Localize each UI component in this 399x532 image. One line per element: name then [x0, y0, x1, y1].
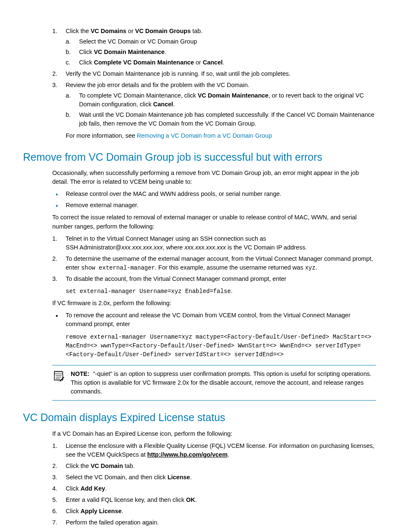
bullet-item: To remove the account and release the VC…: [52, 311, 376, 359]
step-1: Telnet in to the Virtual Connect Manager…: [52, 234, 376, 252]
url-link[interactable]: http://www.hp.com/go/vcem: [147, 451, 228, 458]
bullet-list: To remove the account and release the VC…: [52, 311, 376, 359]
step-6: Click Apply License.: [52, 507, 376, 516]
step-2: To determine the username of the externa…: [52, 254, 376, 272]
step-2: Click the VC Domain tab.: [52, 462, 376, 470]
text: or: [126, 28, 135, 34]
note-block: NOTE: "-quiet" is an option to suppress …: [52, 365, 376, 401]
substep-b: Click VC Domain Maintenance.: [66, 48, 376, 57]
bold: VC Domain Groups: [135, 28, 191, 34]
substep-b: Wait until the VC Domain Maintenance job…: [66, 111, 376, 128]
note-text: "-quiet" is an option to suppress user c…: [71, 370, 371, 395]
step-2: Verify the VC Domain Maintenance job is …: [52, 69, 376, 78]
code: set external-manager Username=xyz Enable…: [66, 288, 231, 295]
heading-expired-license: VC Domain displays Expired License statu…: [23, 410, 376, 425]
procedure-list-2: Telnet in to the Virtual Connect Manager…: [52, 234, 376, 296]
substep-a: To complete VC Domain Maintenance, click…: [66, 91, 376, 109]
step-4: Click Add Key.: [52, 484, 376, 493]
step-1: Click the VC Domains or VC Domain Groups…: [52, 27, 376, 67]
step-3: Select the VC Domain, and then click Lic…: [52, 473, 376, 482]
bullet-item: Remove external manager.: [52, 201, 376, 210]
note-label: NOTE:: [71, 370, 90, 377]
bullet-item: Release control over the MAC and WWN add…: [52, 190, 376, 198]
substeps: Select the VC Domain or VC Domain Group …: [66, 37, 376, 67]
note-content: NOTE: "-quiet" is an option to suppress …: [71, 370, 376, 396]
step-1: License the enclosure with a Flexible Qu…: [52, 442, 376, 459]
xref-link[interactable]: Removing a VC Domain from a VC Domain Gr…: [137, 132, 272, 139]
more-info: For more information, see Removing a VC …: [66, 131, 376, 140]
substep-c: Click Complete VC Domain Maintenance or …: [66, 58, 376, 67]
paragraph: If a VC Domain has an Expired License ic…: [52, 429, 376, 438]
text: tab.: [191, 28, 202, 34]
step-7: Perform the failed operation again.: [52, 518, 376, 527]
procedure-list-1: Click the VC Domains or VC Domain Groups…: [52, 27, 376, 140]
note-icon: [52, 370, 65, 396]
step-5: Enter a valid FQL license key, and then …: [52, 496, 376, 504]
bold: VC Domains: [91, 28, 126, 34]
step-3: Review the job error details and fix the…: [52, 81, 376, 140]
procedure-list-3: License the enclosure with a Flexible Qu…: [52, 442, 376, 527]
code-block: remove external-manager Username=xyz mac…: [66, 333, 376, 359]
paragraph: Occasionally, when successfully performi…: [52, 169, 376, 186]
paragraph: To correct the issue related to removal …: [52, 213, 376, 231]
step-3: To disable the account, from the Virtual…: [52, 275, 376, 296]
heading-remove-errors: Remove from VC Domain Group job is succe…: [23, 149, 376, 164]
paragraph: If VC firmware is 2.0x, perform the foll…: [52, 299, 376, 308]
substeps: To complete VC Domain Maintenance, click…: [66, 91, 376, 128]
bullet-list: Release control over the MAC and WWN add…: [52, 190, 376, 210]
substep-a: Select the VC Domain or VC Domain Group: [66, 37, 376, 46]
text: Click the: [66, 28, 91, 34]
